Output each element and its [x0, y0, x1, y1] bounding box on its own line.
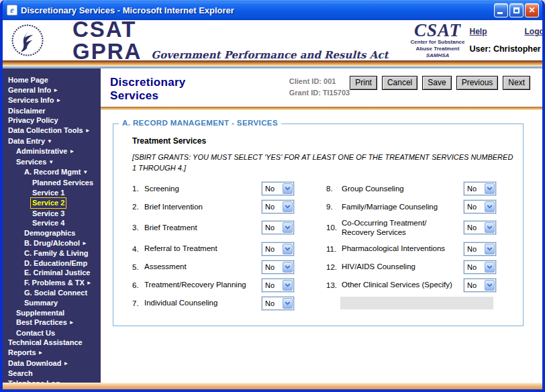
sidebar-item-f-problems-tx[interactable]: F. Problems & TX► [3, 278, 101, 289]
item-label: Co-Occurring Treatment/Recovery Services [342, 218, 464, 238]
sidebar-item-technical-assistance[interactable]: Technical Assistance [3, 338, 101, 348]
chevron-down-icon [285, 226, 291, 230]
sidebar-item-planned-services[interactable]: Planned Services [3, 178, 101, 188]
sidebar-item-services[interactable]: Services▼ [3, 157, 101, 168]
select-arrow-button[interactable] [283, 280, 293, 291]
service-item: 11. Pharmacological Interventions No [326, 242, 496, 256]
sidebar-item-c-family-living[interactable]: C. Family & Living [3, 248, 101, 258]
select-arrow-button[interactable] [283, 222, 293, 233]
select-arrow-button[interactable] [485, 280, 495, 291]
grant-id: Grant ID: TI15703 [289, 87, 350, 99]
cancel-button[interactable]: Cancel [382, 76, 417, 90]
service-item: 1. Screening No [132, 182, 294, 195]
select-arrow-button[interactable] [283, 201, 293, 212]
sidebar-item-data-download[interactable]: Data Download► [3, 358, 101, 369]
yes-no-select[interactable]: No [464, 242, 496, 256]
form-row: 1. Screening No 8. Group Counseling No [132, 182, 523, 195]
select-arrow-button[interactable] [485, 183, 495, 194]
yes-no-select[interactable]: No [262, 297, 294, 310]
sidebar-item-label: General Info [8, 85, 51, 95]
sidebar-item-service-3[interactable]: Service 3 [3, 209, 101, 219]
client-id: Client ID: 001 [289, 76, 350, 87]
submenu-arrow-icon: ► [87, 280, 92, 286]
submenu-arrow-icon: ▼ [48, 159, 54, 165]
maximize-button[interactable] [509, 3, 524, 17]
select-arrow-button[interactable] [485, 222, 495, 233]
yes-no-select[interactable]: No [464, 279, 496, 292]
sidebar-item-disclaimer[interactable]: Disclaimer [3, 106, 101, 116]
sidebar-item-home-page[interactable]: Home Page [3, 75, 101, 85]
sidebar-item-summary[interactable]: Summary [3, 298, 101, 308]
sidebar-item-supplemental[interactable]: Supplemental [3, 308, 101, 318]
sidebar-item-service-1[interactable]: Service 1 [3, 188, 101, 198]
service-item: 9. Family/Marriage Counseling No [326, 200, 496, 213]
item-label: Group Counseling [342, 184, 464, 193]
yes-no-select[interactable]: No [262, 221, 294, 234]
previous-button[interactable]: Previous [456, 76, 499, 90]
yes-no-select[interactable]: No [262, 200, 294, 213]
submenu-arrow-icon: ► [56, 97, 61, 103]
sidebar-item-label: Contact Us [16, 328, 55, 338]
chevron-down-icon [285, 205, 291, 209]
yes-no-select[interactable]: No [464, 221, 496, 234]
sidebar-item-services-info[interactable]: Services Info► [3, 95, 101, 106]
item-number: 6. [132, 281, 144, 289]
item-number: 7. [132, 299, 144, 307]
close-button[interactable]: ✕ [525, 3, 539, 17]
help-link[interactable]: Help [469, 27, 487, 36]
sidebar-item-data-collection-tools[interactable]: Data Collection Tools► [3, 126, 101, 136]
sidebar-item-service-4[interactable]: Service 4 [3, 218, 101, 228]
sidebar-item-label: Reports [8, 348, 36, 358]
record-management-section: A. RECORD MANAGEMENT - SERVICES Treatmen… [113, 124, 524, 326]
yes-no-select[interactable]: No [262, 182, 294, 195]
logout-link[interactable]: Logout [524, 27, 545, 36]
sidebar-item-service-2[interactable]: Service 2 [3, 197, 101, 209]
print-button[interactable]: Print [350, 76, 377, 90]
brand-slogan: Government Performance and Results Act [151, 49, 388, 61]
gold-divider-bar [3, 60, 542, 66]
yes-no-select[interactable]: No [262, 260, 294, 274]
select-arrow-button[interactable] [485, 244, 495, 254]
select-arrow-button[interactable] [283, 244, 293, 254]
save-button[interactable]: Save [422, 76, 451, 90]
yes-no-select[interactable]: No [464, 200, 496, 213]
sidebar-item-data-entry[interactable]: Data Entry▼ [3, 136, 101, 147]
sidebar-item-demographics[interactable]: Demographics [3, 228, 101, 238]
yes-no-select[interactable]: No [464, 182, 496, 195]
chevron-down-icon [285, 301, 291, 305]
sidebar-item-label: Summary [24, 298, 58, 308]
sidebar-item-label: Administrative [16, 146, 67, 156]
yes-no-select[interactable]: No [464, 260, 496, 274]
select-arrow-button[interactable] [485, 262, 495, 273]
sidebar-item-label: G. Social Connect [24, 288, 87, 298]
select-arrow-button[interactable] [283, 262, 293, 273]
select-arrow-button[interactable] [283, 183, 293, 194]
sidebar-item-g-social-connect[interactable]: G. Social Connect [3, 288, 101, 298]
select-value: No [265, 185, 275, 193]
sidebar-item-e-criminal-justice[interactable]: E. Criminal Justice [3, 268, 101, 278]
next-button[interactable]: Next [503, 76, 530, 90]
sidebar-item-d-education-emp[interactable]: D. Education/Emp [3, 258, 101, 268]
select-arrow-button[interactable] [283, 298, 293, 309]
csat-logo-line2: Abuse Treatment [405, 46, 469, 52]
sidebar-item-contact-us[interactable]: Contact Us [3, 328, 101, 338]
sidebar-item-general-info[interactable]: General Info► [3, 85, 101, 96]
specify-cell [326, 297, 496, 309]
sidebar-item-label: Service 4 [32, 218, 64, 228]
sidebar-item-label: Demographics [24, 228, 75, 238]
sidebar-item-b-drug-alcohol[interactable]: B. Drug/Alcohol► [3, 238, 101, 249]
sidebar-item-a-record-mgmt[interactable]: A. Record Mgmt▼ [3, 167, 101, 178]
minimize-button[interactable] [494, 3, 508, 17]
sidebar-item-search[interactable]: Search [3, 369, 101, 379]
select-value: No [265, 245, 275, 253]
sidebar-item-best-practices[interactable]: Best Practices► [3, 317, 101, 328]
yes-no-select[interactable]: No [262, 279, 294, 292]
select-arrow-button[interactable] [485, 201, 495, 212]
sidebar-item-label: Service 3 [32, 209, 64, 219]
sidebar-item-privacy-policy[interactable]: Privacy Policy [3, 115, 101, 126]
yes-no-select[interactable]: No [262, 242, 294, 256]
sidebar-item-administrative[interactable]: Administrative► [3, 146, 101, 157]
item-label: Screening [144, 184, 262, 193]
other-clinical-specify-input[interactable] [340, 297, 493, 309]
sidebar-item-reports[interactable]: Reports► [3, 348, 101, 358]
